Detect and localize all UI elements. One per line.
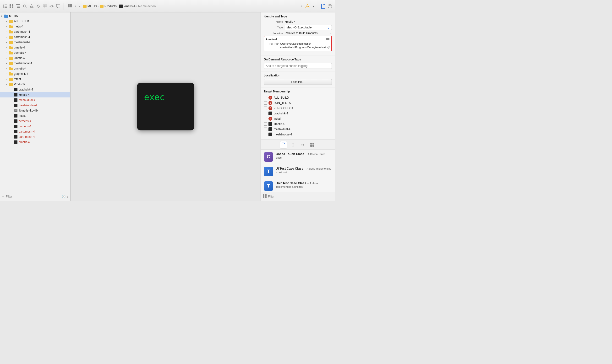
nav-back-button[interactable]: ‹: [74, 3, 77, 9]
svg-rect-87: [265, 196, 267, 198]
link-icon[interactable]: [49, 4, 54, 9]
path-box-folder-icon[interactable]: [326, 38, 329, 41]
sidebar-item-onmetis4-exec[interactable]: onmetis-4: [0, 124, 70, 129]
type-select[interactable]: Mach-O Executable ⌄: [285, 25, 332, 30]
template-item-unit-test[interactable]: T Unit Test Case Class – A class impleme…: [261, 179, 335, 192]
sidebar-item-products[interactable]: ▾ Products: [0, 82, 70, 87]
svg-rect-31: [100, 5, 101, 6]
warning-icon[interactable]: !: [29, 4, 34, 9]
breadcrumb-no-selection: No Selection: [138, 4, 156, 8]
sidebar-item-mtest-exec[interactable]: mtest: [0, 113, 70, 118]
toolbar-nav-back[interactable]: ‹: [300, 4, 303, 9]
membership-checkbox-run-tests[interactable]: [264, 101, 267, 105]
template-icon-cocoa-touch: C: [264, 152, 273, 162]
sidebar-item-kmetis4-exec[interactable]: kmetis-4: [0, 92, 70, 97]
breadcrumb-kmetis[interactable]: kmetis-4: [123, 4, 135, 8]
svg-rect-16: [43, 5, 47, 8]
folder-icon-mesh2nodal4: [9, 61, 13, 65]
sidebar-add-button[interactable]: +: [2, 194, 5, 199]
template-name-ui-test: UI Test Case Class – A class implementin…: [276, 167, 332, 174]
sidebar-content: ▾ METIS ▸ ALL_BUILD ▸ metis-4: [0, 13, 70, 192]
nav-forward-button[interactable]: ›: [78, 3, 81, 9]
help-icon[interactable]: ?: [327, 4, 332, 9]
sidebar-item-all-build[interactable]: ▸ ALL_BUILD: [0, 19, 70, 24]
sidebar-item-mtest[interactable]: ▸ mtest: [0, 77, 70, 82]
path-refresh-icon[interactable]: ↺: [327, 46, 330, 50]
panel-grid-view-icon[interactable]: [263, 194, 267, 199]
table-icon[interactable]: [42, 4, 47, 9]
toolbar-warning-icon[interactable]: !: [305, 4, 310, 9]
search-icon[interactable]: [23, 4, 27, 9]
sidebar-item-pmetis4[interactable]: ▸ pmetis-4: [0, 45, 70, 50]
expand-arrow-metis4: ▸: [6, 25, 9, 28]
svg-point-11: [23, 5, 26, 7]
toolbar-nav-forward[interactable]: ›: [312, 4, 315, 9]
folder-icon-mtest: [9, 77, 13, 81]
new-file-icon[interactable]: [321, 4, 326, 9]
exec-icon-partnmesh4: [14, 135, 18, 139]
template-tab-file[interactable]: [280, 141, 287, 148]
hierarchy-icon[interactable]: [16, 4, 21, 9]
membership-checkbox-mesh2nodal4[interactable]: [264, 133, 267, 136]
membership-checkbox-kmetis4[interactable]: [264, 122, 267, 126]
template-item-ui-test[interactable]: T UI Test Case Class – A class implement…: [261, 164, 335, 179]
sidebar-item-oemetis4-exec[interactable]: oemetis-4: [0, 118, 70, 124]
sidebar-item-metis4[interactable]: ▸ metis-4: [0, 24, 70, 29]
svg-rect-25: [70, 4, 72, 6]
sidebar-item-oemetis4[interactable]: ▸ oemetis-4: [0, 50, 70, 55]
template-tab-target[interactable]: ⊙: [299, 141, 306, 148]
path-box: kmetis-4 Full Path /Users/ycy/Desktop/me…: [264, 36, 332, 51]
svg-rect-10: [17, 7, 20, 8]
sidebar-item-pmetis4-exec[interactable]: pmetis-4: [0, 140, 70, 145]
right-panel-scroll: Identity and Type Name kmetis-4 Type Mac…: [261, 13, 335, 192]
svg-rect-26: [68, 6, 69, 7]
sidebar-item-mesh2nodal4-exec[interactable]: mesh2nodal-4: [0, 103, 70, 108]
breadcrumb-products[interactable]: Products: [105, 4, 117, 8]
expand-arrow-mesh2dual4: ▸: [6, 41, 9, 43]
sidebar-item-partdmesh4-exec[interactable]: partdmesh-4: [0, 129, 70, 134]
membership-checkbox-install[interactable]: [264, 117, 267, 120]
sidebar-item-libmetis4-dylib[interactable]: lib libmetis-4.dylib: [0, 108, 70, 113]
localize-button[interactable]: Localize...: [264, 79, 332, 85]
sidebar-item-mesh2dual4[interactable]: ▸ mesh2dual-4: [0, 40, 70, 45]
membership-checkbox-zero-check[interactable]: [264, 106, 267, 110]
membership-checkbox-mesh2dual4[interactable]: [264, 128, 267, 131]
breadcrumb-metis[interactable]: METIS: [87, 4, 97, 8]
sidebar-item-partnmesh4-exec[interactable]: partnmesh-4: [0, 134, 70, 140]
diamond-icon[interactable]: [36, 4, 41, 9]
sidebar-item-mesh2dual4-exec[interactable]: mesh2dual-4: [0, 97, 70, 103]
svg-rect-3: [5, 7, 7, 8]
svg-rect-81: [313, 143, 314, 144]
target-circle-icon-zero-check: ⊙: [269, 106, 272, 110]
template-icon-ui-test: T: [264, 167, 273, 176]
sidebar-label-onmetis4: onmetis-4: [14, 67, 27, 70]
template-desc-separator-unit-test: –: [307, 181, 310, 185]
sidebar-label-partnmesh4-exec: partnmesh-4: [19, 135, 35, 139]
sidebar-item-partnmesh4[interactable]: ▸ partnmesh-4: [0, 29, 70, 34]
breadcrumb-folder-icon: [83, 5, 87, 8]
comment-icon[interactable]: [56, 4, 61, 9]
expand-arrow-all-build: ▸: [6, 20, 9, 23]
sidebar-item-metis[interactable]: ▾ METIS: [0, 13, 70, 19]
template-tab-grid[interactable]: [309, 141, 315, 148]
sidebar-toggle-icon[interactable]: [2, 4, 7, 9]
svg-rect-40: [9, 20, 11, 21]
sidebar-item-kmetis4-folder[interactable]: ▸ kmetis-4: [0, 55, 70, 61]
template-icon-letter-cocoa: C: [267, 154, 270, 159]
tags-input[interactable]: [264, 63, 332, 69]
exec-icon-pmetis4: [14, 140, 18, 144]
sidebar-item-onmetis4[interactable]: ▸ onmetis-4: [0, 66, 70, 71]
sidebar-label-pmetis4-exec: pmetis-4: [19, 141, 30, 144]
svg-text:!: !: [307, 5, 308, 8]
grid-icon[interactable]: [9, 4, 14, 9]
sidebar-item-graphchk4-exec[interactable]: graphchk-4: [0, 87, 70, 92]
sidebar-item-graphchk4[interactable]: ▸ graphchk-4: [0, 71, 70, 77]
nav-grid-button[interactable]: [67, 3, 73, 9]
template-item-cocoa-touch[interactable]: C Cocoa Touch Class – A Cocoa Touch clas…: [261, 150, 335, 164]
sidebar-item-mesh2nodal4[interactable]: ▸ mesh2nodal-4: [0, 61, 70, 66]
template-tab-code[interactable]: { }: [290, 141, 297, 148]
membership-checkbox-all-build[interactable]: [264, 96, 267, 99]
membership-checkbox-graphchk4[interactable]: [264, 112, 267, 115]
membership-item-all-build: ⊙ ALL_BUILD: [264, 95, 332, 100]
sidebar-item-partdmesh4[interactable]: ▸ partdmesh-4: [0, 34, 70, 40]
